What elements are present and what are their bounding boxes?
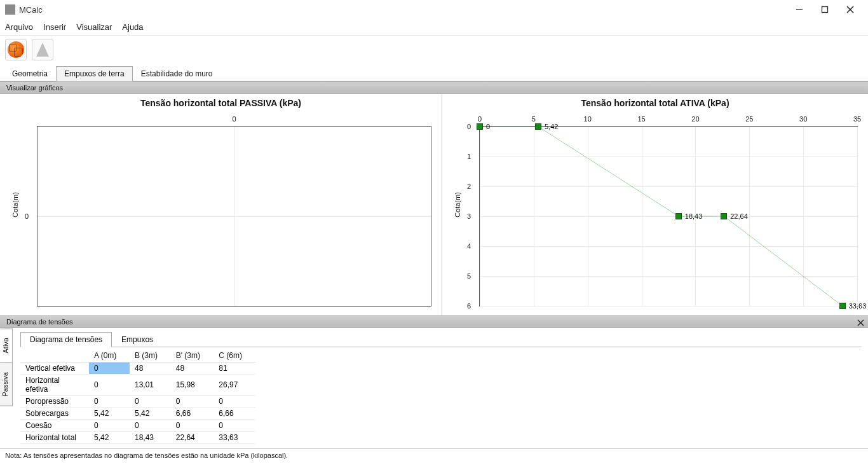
chart-active-plot[interactable]: 05101520253035012345605,4218,4322,6433,6… — [479, 126, 858, 307]
tick-label: 2 — [467, 183, 471, 190]
table-cell[interactable]: 26,97 — [214, 374, 255, 395]
tick-label: 4 — [467, 242, 471, 250]
tick-label: 0 — [467, 123, 471, 130]
tick-label: 15 — [637, 115, 645, 123]
tension-table[interactable]: A (0m)B (3m)B' (3m)C (6m)Vertical efetiv… — [20, 350, 255, 444]
table-cell[interactable]: 0 — [171, 395, 214, 407]
chart-passive-title: Tensão horizontal total PASSIVA (kPa) — [0, 98, 442, 108]
title-bar: MCalc — [0, 0, 868, 19]
table-cell[interactable]: 5,42 — [130, 407, 171, 419]
diagram-section-header: Diagrama de tensões — [0, 315, 868, 328]
row-label: Coesão — [20, 419, 89, 431]
data-label: 18,43 — [685, 212, 703, 220]
table-header: B (3m) — [130, 350, 171, 362]
table-header — [20, 350, 89, 362]
table-cell[interactable]: 5,42 — [89, 407, 130, 419]
row-label: Horizontal total — [20, 431, 89, 443]
chart-passive-ylabel: Cota(m) — [11, 192, 19, 218]
table-cell[interactable]: 5,42 — [89, 431, 130, 443]
table-cell[interactable]: 0 — [171, 419, 214, 431]
table-cell[interactable]: 0 — [130, 395, 171, 407]
vertical-tabs: Ativa Passiva — [0, 328, 13, 448]
table-cell[interactable]: 0 — [214, 419, 255, 431]
menu-arquivo[interactable]: Arquivo — [5, 22, 33, 32]
charts-section-header: Visualizar gráficos — [0, 81, 868, 94]
soil-texture-icon — [8, 41, 24, 58]
table-cell[interactable]: 22,64 — [171, 431, 214, 443]
table-cell[interactable]: 48 — [171, 362, 214, 374]
data-label: 22,64 — [730, 212, 748, 220]
charts-section-title: Visualizar gráficos — [6, 84, 63, 92]
table-row[interactable]: Horizontal efetiva013,0115,9826,97 — [20, 374, 255, 395]
sub-tabs: Diagrama de tensões Empuxos — [20, 332, 862, 347]
menu-ajuda[interactable]: Ajuda — [122, 22, 143, 32]
row-label: Poropressão — [20, 395, 89, 407]
tick-label: 20 — [691, 115, 699, 123]
app-title: MCalc — [19, 5, 43, 15]
tool-wall-button[interactable] — [32, 39, 53, 60]
table-cell[interactable]: 0 — [214, 395, 255, 407]
table-cell[interactable]: 0 — [89, 419, 130, 431]
row-label: Horizontal efetiva — [20, 374, 89, 395]
table-cell[interactable]: 13,01 — [130, 374, 171, 395]
diagram-close-button[interactable] — [855, 317, 865, 328]
tab-empuxos[interactable]: Empuxos de terra — [56, 66, 133, 81]
tick-label: 0 — [232, 115, 236, 123]
maximize-button[interactable] — [812, 1, 837, 18]
tool-soil-button[interactable] — [5, 39, 27, 60]
tick-label: 5 — [532, 115, 536, 123]
tab-geometria[interactable]: Geometria — [4, 66, 56, 81]
data-marker — [721, 213, 727, 219]
row-label: Vertical efetiva — [20, 362, 89, 374]
window-controls — [787, 1, 863, 18]
tick-label: 0 — [25, 212, 29, 220]
table-row[interactable]: Poropressão0000 — [20, 395, 255, 407]
menu-inserir[interactable]: Inserir — [43, 22, 66, 32]
table-cell[interactable]: 33,63 — [214, 431, 255, 443]
subtab-empuxos[interactable]: Empuxos — [112, 332, 163, 347]
table-row[interactable]: Coesão0000 — [20, 419, 255, 431]
data-marker — [675, 213, 682, 219]
table-cell[interactable]: 15,98 — [171, 374, 214, 395]
table-cell[interactable]: 0 — [130, 419, 171, 431]
tick-label: 35 — [853, 115, 861, 123]
table-cell[interactable]: 81 — [214, 362, 255, 374]
table-cell[interactable]: 48 — [130, 362, 171, 374]
chart-passive: Tensão horizontal total PASSIVA (kPa) Co… — [0, 94, 442, 315]
bottom-panel: Ativa Passiva Diagrama de tensões Empuxo… — [0, 328, 868, 463]
table-cell[interactable]: 18,43 — [130, 431, 171, 443]
wall-cone-icon — [36, 43, 49, 57]
tab-estabilidade[interactable]: Estabilidade do muro — [133, 66, 221, 81]
tick-label: 0 — [478, 115, 482, 123]
data-label: 5,42 — [545, 123, 558, 130]
subtab-diagrama[interactable]: Diagrama de tensões — [20, 332, 112, 347]
app-icon — [5, 4, 15, 15]
table-cell[interactable]: 0 — [89, 374, 130, 395]
vtab-ativa[interactable]: Ativa — [0, 328, 13, 363]
table-row[interactable]: Horizontal total5,4218,4322,6433,63 — [20, 431, 255, 443]
chart-active: Tensão horizontal total ATIVA (kPa) Cota… — [442, 94, 868, 315]
tick-label: 1 — [467, 153, 471, 160]
table-row[interactable]: Sobrecargas5,425,426,666,66 — [20, 407, 255, 419]
table-cell[interactable]: 6,66 — [214, 407, 255, 419]
table-row[interactable]: Vertical efetiva0484881 — [20, 362, 255, 374]
row-label: Sobrecargas — [20, 407, 89, 419]
data-label: 33,63 — [849, 302, 867, 310]
table-cell[interactable]: 0 — [89, 362, 130, 374]
table-cell[interactable]: 0 — [89, 395, 130, 407]
table-header: C (6m) — [214, 350, 255, 362]
data-label: 0 — [486, 123, 490, 130]
chart-passive-plot[interactable]: 00 — [37, 126, 431, 307]
minimize-button[interactable] — [787, 1, 812, 18]
toolbar — [0, 36, 868, 64]
vtab-passiva[interactable]: Passiva — [0, 363, 13, 406]
tick-label: 5 — [467, 272, 471, 280]
footnote: Nota: As tensões apresentadas no diagram… — [0, 449, 868, 463]
data-marker — [839, 303, 846, 309]
close-button[interactable] — [837, 1, 863, 18]
chart-active-title: Tensão horizontal total ATIVA (kPa) — [442, 98, 868, 108]
charts-area: Tensão horizontal total PASSIVA (kPa) Co… — [0, 94, 868, 315]
table-cell[interactable]: 6,66 — [171, 407, 214, 419]
menu-visualizar[interactable]: Visualizar — [76, 22, 112, 32]
tick-label: 3 — [467, 212, 471, 220]
